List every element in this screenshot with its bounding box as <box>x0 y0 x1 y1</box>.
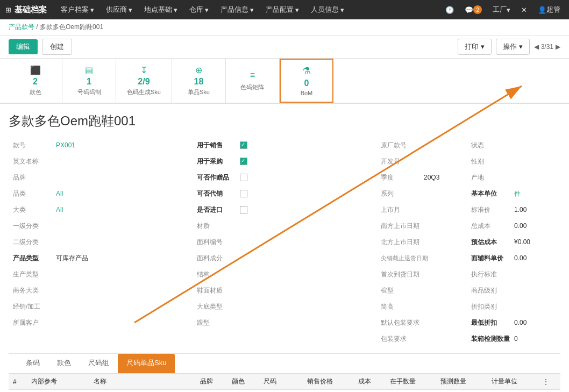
field-label-sales-type: 经销/加工 <box>13 302 56 311</box>
field-value-total-cost: 0.00 <box>514 222 527 230</box>
chevron-down-icon: ▾ <box>250 6 254 14</box>
tab-size-group[interactable]: 尺码组 <box>80 354 118 373</box>
form-col-1: 款号 PX001 英文名称 品牌 品类 All 大类 All 一级分类 <box>9 138 193 348</box>
field-product-grade: 商品级别 <box>471 283 556 297</box>
app-grid-icon[interactable]: ⊞ <box>5 6 11 14</box>
field-label-north-launch: 北方上市日期 <box>381 238 424 247</box>
cell-price: 1.00 <box>303 390 354 393</box>
print-button[interactable]: 打印 ▾ <box>458 39 492 55</box>
action-button[interactable]: 操作 ▾ <box>496 39 530 55</box>
field-default-pack: 默认包装要求 <box>381 316 466 330</box>
smart-btn-barcode[interactable]: ▤ 1 号码码制 <box>62 59 116 103</box>
field-value-sku[interactable]: PX001 <box>56 141 75 149</box>
checkbox-for-sale[interactable] <box>240 141 247 149</box>
grid-icon: ⊞ <box>5 6 11 14</box>
smart-btn-bom[interactable]: ⚗ 0 BoM <box>280 59 333 103</box>
field-brand: 品牌 <box>13 170 188 184</box>
breadcrumb-separator: / <box>36 23 38 31</box>
chat-icon-btn[interactable]: 💬 2 <box>461 4 485 15</box>
field-label-material: 材质 <box>197 222 240 231</box>
product-title: 多款多色Oem跑鞋001 <box>9 112 560 130</box>
create-button[interactable]: 创建 <box>42 39 72 55</box>
th-forecast: 预测数量 <box>436 374 487 390</box>
th-size: 尺码 <box>259 374 303 390</box>
next-icon[interactable]: ▶ <box>556 43 560 51</box>
smart-btn-sku-gen[interactable]: ↧ 2/9 色码生成Sku <box>116 59 172 103</box>
field-fabric-code: 面料编号 <box>197 235 372 249</box>
th-unit: 计量单位 <box>487 374 538 390</box>
field-label-fabric-code: 面料编号 <box>197 238 240 247</box>
checkbox-import[interactable] <box>240 206 247 213</box>
edit-button[interactable]: 编辑 <box>9 39 38 54</box>
field-season: 季度 20Q3 <box>381 170 466 184</box>
checkbox-for-purchase[interactable] <box>240 158 247 165</box>
form-col-3-left: 原厂款号 开发号 季度 20Q3 系列 上市月 <box>381 138 466 348</box>
checkbox-as-gift[interactable] <box>240 174 247 181</box>
cell-size: 37(CN) <box>259 390 303 393</box>
nav-item-locations[interactable]: 地点基础 ▾ <box>139 3 183 17</box>
field-shaft-height: 筒高 <box>381 300 466 313</box>
form-col-3-right: 状态 性别 产地 基本单位 件 标准价 1.00 <box>471 138 556 348</box>
field-consign: 可否代销 <box>197 187 372 201</box>
clock-icon-btn[interactable]: 🕐 <box>442 5 457 15</box>
field-heel-type: 跟型 <box>197 316 372 330</box>
nav-item-products[interactable]: 产品信息 ▾ <box>215 3 259 17</box>
field-label-total-cost: 总成本 <box>471 222 514 231</box>
cell-forecast: 0 <box>436 390 487 393</box>
th-price: 销售价格 <box>303 374 354 390</box>
field-for-sale: 用于销售 <box>197 138 372 152</box>
tab-style-color[interactable]: 款色 <box>48 354 80 373</box>
bom-icon: ⚗ <box>302 65 311 77</box>
nav-item-customers[interactable]: 客户档案 ▾ <box>55 3 99 17</box>
cell-name: 多款多色Oem跑鞋001 <box>89 390 196 393</box>
sku-gen-count: 2/9 <box>138 77 150 87</box>
field-min-discount: 最低折扣 0.00 <box>471 316 556 330</box>
nav-item-product-config[interactable]: 产品配置 ▾ <box>260 3 304 17</box>
th-ref: 内部参考 <box>27 374 89 390</box>
field-north-launch: 北方上市日期 <box>381 235 466 249</box>
field-value-major-cat[interactable]: All <box>56 206 63 213</box>
field-sole-type: 大底类型 <box>197 300 372 313</box>
cell-action[interactable]: ⋮ <box>538 390 560 393</box>
smart-btn-color-matrix[interactable]: ≡ 色码矩阵 <box>226 59 280 103</box>
style-icon: ⬛ <box>30 65 41 75</box>
tab-barcode[interactable]: 条码 <box>17 354 48 373</box>
field-value-base-unit[interactable]: 件 <box>514 189 521 198</box>
field-discount-cat: 折扣类别 <box>471 300 556 313</box>
main-content: 多款多色Oem跑鞋001 款号 PX001 英文名称 品牌 品类 All 大类 … <box>0 104 569 392</box>
smart-btn-style[interactable]: ⬛ 2 款色 <box>9 59 62 103</box>
field-label-oem-no: 原厂款号 <box>381 141 424 150</box>
action-dropdown-arrow: ▾ <box>519 42 523 51</box>
field-status: 状态 <box>471 138 556 152</box>
tab-bar: 条码 款色 尺码组 尺码单品Sku <box>9 354 560 374</box>
breadcrumb-parent[interactable]: 产品款号 <box>9 23 34 31</box>
field-label-status: 状态 <box>471 141 514 150</box>
toolbar-nav: ◀ 3/31 ▶ <box>534 43 560 51</box>
nav-item-suppliers[interactable]: 供应商 ▾ <box>101 3 138 17</box>
close-icon-btn[interactable]: ✕ <box>518 5 530 15</box>
field-label-major-cat: 大类 <box>13 205 56 215</box>
smart-btn-sku-single[interactable]: ⊕ 18 单品Sku <box>172 59 226 103</box>
user-avatar[interactable]: 👤 超管 <box>535 4 564 16</box>
nav-item-warehouse[interactable]: 仓库 ▾ <box>184 3 214 17</box>
sku-gen-label: 色码生成Sku <box>127 88 161 96</box>
field-base-unit: 基本单位 件 <box>471 187 556 201</box>
field-label-dev-no: 开发号 <box>381 157 424 166</box>
tab-sku-single[interactable]: 尺码单品Sku <box>118 354 175 373</box>
barcode-count: 1 <box>87 77 91 87</box>
field-label-est-cost: 预估成本 <box>471 238 514 247</box>
field-label-consign: 可否代销 <box>197 189 240 198</box>
factory-btn[interactable]: 工厂 ▾ <box>489 4 514 16</box>
nav-item-personnel[interactable]: 人员信息 ▾ <box>305 3 350 17</box>
chevron-down-icon: ▾ <box>90 6 94 14</box>
field-std-price: 标准价 1.00 <box>471 203 556 217</box>
field-label-cat2: 二级分类 <box>13 238 56 247</box>
field-value-category[interactable]: All <box>56 190 63 197</box>
prev-icon[interactable]: ◀ <box>534 43 539 51</box>
field-cat2: 二级分类 <box>13 235 188 249</box>
cell-ref[interactable]: PX001#003 <box>27 390 89 393</box>
breadcrumb: 产品款号 / 多款多色Oem跑鞋001 <box>0 19 569 35</box>
product-form: 款号 PX001 英文名称 品牌 品类 All 大类 All 一级分类 <box>9 138 560 348</box>
field-carton-qty: 装箱检测数量 0 <box>471 332 556 346</box>
checkbox-consign[interactable] <box>240 190 247 197</box>
